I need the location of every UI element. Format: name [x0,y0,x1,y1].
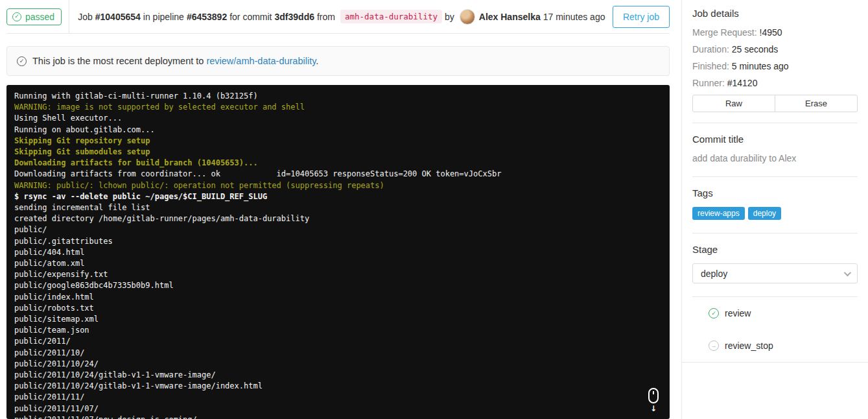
status-badge[interactable]: passed [6,8,62,25]
time-ago: 17 minutes ago [543,12,605,22]
check-circle-icon: ✓ [709,308,719,318]
log-line: Using Shell executor... [14,113,662,124]
commit-title-text: add data durability to Alex [692,153,858,163]
detail-value: 25 seconds [732,44,779,54]
job-detail-row: Duration: 25 seconds [692,44,858,54]
log-line: WARNING: public/: lchown public/: operat… [14,180,662,191]
notice-text: This job is the most recent deployment t… [32,56,204,66]
retry-job-button[interactable]: Retry job [613,6,670,28]
log-line: public/sitemap.xml [14,314,662,325]
job-detail-row: Finished: 5 minutes ago [692,61,858,71]
log-line: WARNING: image is not supported by selec… [14,102,662,113]
detail-value: 5 minutes ago [732,61,789,71]
by-word: by [445,12,454,22]
log-line: public/team.json [14,325,662,336]
log-line: Downloading artifacts for build_branch (… [14,158,662,169]
job-log-lines: Running with gitlab-ci-multi-runner 1.10… [14,91,662,419]
job-word: Job [78,12,93,22]
detail-label: Duration: [692,44,729,54]
log-line: public/2011/10/24/ [14,359,662,370]
notice-suffix: . [316,56,318,66]
in-pipeline-word: in pipeline [143,12,184,22]
commit-sha-link[interactable]: 3df39dd6 [275,12,314,22]
detail-label: Runner: [692,78,725,88]
log-line: Running on about.gitlab.com... [14,125,662,136]
log-line: public/robots.txt [14,303,662,314]
header-divider [69,0,69,33]
build-name: review [725,308,751,318]
log-line: public/2011/10/24/gitlab-v1-1-vmware-ima… [14,381,662,392]
log-line: public/2011/11/ [14,392,662,403]
job-detail-row: Runner: #14120 [692,78,858,88]
log-line: created directory /home/gitlab-runner/pa… [14,213,662,224]
check-circle-icon [17,56,27,66]
build-item-review_stop[interactable]: →review_stop [682,329,868,362]
log-line: public/2011/11/07/ [14,403,662,414]
log-line: public/2011/ [14,336,662,347]
status-label: passed [25,12,54,22]
job-header: passed Job #10405654 in pipeline #645389… [6,0,670,34]
job-log: Running with gitlab-ci-multi-runner 1.10… [6,85,670,419]
log-line: public/expensify.txt [14,269,662,280]
log-line: public/404.html [14,247,662,258]
for-commit-word: for commit [229,12,272,22]
author-avatar[interactable] [460,9,475,25]
tags-block: Tags review-appsdeploy [692,177,858,233]
raw-button[interactable]: Raw [692,95,775,112]
arrow-right-circle-icon: → [709,341,719,351]
author-name[interactable]: Alex Hanselka [479,12,541,22]
stage-select[interactable]: deploy [692,263,858,283]
job-detail-row: Merge Request: !4950 [692,27,858,38]
tag-badge[interactable]: review-apps [692,207,745,220]
build-name: review_stop [725,341,773,351]
log-line: public/index.html [14,292,662,303]
detail-value: !4950 [760,27,782,38]
log-line: Running with gitlab-ci-multi-runner 1.10… [14,91,662,102]
job-details-list: Merge Request: !4950Duration: 25 seconds… [692,27,858,88]
job-details-block: Job details Merge Request: !4950Duration… [692,0,858,123]
sidebar-title: Job details [692,8,858,19]
log-line: public/.gitattributes [14,236,662,247]
from-word: from [317,12,335,22]
deployment-notice: This job is the most recent deployment t… [6,46,670,76]
detail-label: Merge Request: [692,27,757,38]
stage-heading: Stage [692,244,858,255]
log-line: public/2011/11/07/new-design-is-coming/ [14,414,662,419]
tag-list: review-appsdeploy [692,207,858,220]
mouse-scroll-down-icon [648,388,659,403]
log-line: Skipping Git submodules setup [14,147,662,158]
log-line: public/2011/10/24/gitlab-v1-1-vmware-ima… [14,370,662,381]
stage-builds-list: ✓review→review_stop [682,297,868,363]
stage-block: Stage deploy [692,233,858,297]
detail-label: Finished: [692,61,729,71]
job-page-main: passed Job #10405654 in pipeline #645389… [6,0,670,419]
commit-title-heading: Commit title [692,134,858,145]
log-line: $ rsync -av --delete public ~/pages/$CI_… [14,191,662,202]
tags-heading: Tags [692,187,858,198]
build-item-review[interactable]: ✓review [682,297,868,329]
log-line: public/atom.xml [14,258,662,269]
scroll-down-control[interactable]: ↓ [646,388,661,413]
commit-title-block: Commit title add data durability to Alex [692,123,858,177]
log-line: public/google863dbc4b7335b0b9.html [14,280,662,291]
log-line: Skipping Git repository setup [14,136,662,147]
log-actions: Raw Erase [692,95,858,112]
log-line: public/ [14,224,662,235]
stage-selected-value: deploy [701,269,727,279]
log-line: sending incremental file list [14,202,662,213]
arrow-down-icon: ↓ [646,405,661,413]
tag-badge[interactable]: deploy [748,207,781,220]
job-id: #10405654 [95,12,141,22]
chevron-down-icon [844,269,851,276]
log-line: public/2011/10/ [14,348,662,359]
pipeline-id-link[interactable]: #6453892 [187,12,227,22]
log-line: Downloading artifacts from coordinator..… [14,169,662,180]
detail-value: #14120 [727,78,758,88]
erase-button[interactable]: Erase [775,95,858,112]
environment-link[interactable]: review/amh-data-durability [206,56,316,66]
branch-ref-badge[interactable]: amh-data-durability [340,10,442,23]
job-sidebar: Job details Merge Request: !4950Duration… [681,0,868,419]
check-circle-icon [12,12,21,21]
